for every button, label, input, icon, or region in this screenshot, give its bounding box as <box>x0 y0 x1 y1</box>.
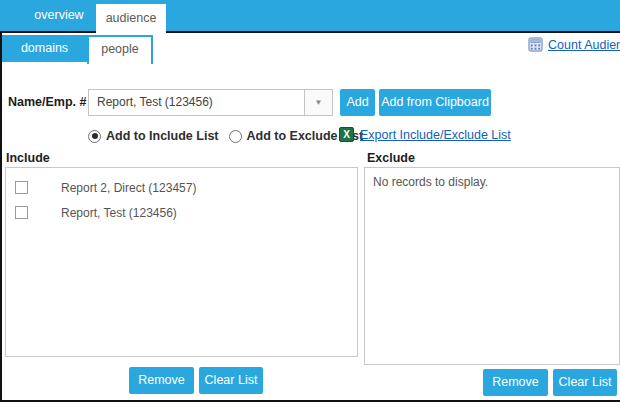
tab-overview[interactable]: overview <box>22 0 96 31</box>
chevron-down-icon[interactable]: ▼ <box>304 90 332 115</box>
exclude-remove-button[interactable]: Remove <box>483 369 548 396</box>
export-include-exclude-link[interactable]: Export Include/Exclude List <box>360 128 511 142</box>
exclude-clear-list-button[interactable]: Clear List <box>553 369 617 396</box>
include-remove-button[interactable]: Remove <box>129 367 194 394</box>
panel-left-border <box>0 33 2 402</box>
include-header: Include <box>6 151 50 165</box>
combobox-value[interactable]: Report, Test (123456) <box>89 90 304 115</box>
list-item[interactable]: Report, Test (123456) <box>6 200 357 225</box>
panel-top-border <box>0 31 620 33</box>
name-emp-combobox[interactable]: Report, Test (123456) ▼ <box>88 89 333 116</box>
list-item[interactable]: Report 2, Direct (123457) <box>6 175 357 200</box>
tab-domains[interactable]: domains <box>2 35 87 62</box>
tab-audience[interactable]: audience <box>96 4 166 34</box>
count-audience-link[interactable]: Count Audience <box>548 38 620 52</box>
include-item-label: Report 2, Direct (123457) <box>61 181 196 195</box>
tab-people[interactable]: people <box>87 35 153 64</box>
excel-icon: X <box>339 127 354 142</box>
include-listbox[interactable]: Report 2, Direct (123457) Report, Test (… <box>5 167 358 357</box>
count-audience: Count Audience <box>528 37 620 52</box>
exclude-empty-text: No records to display. <box>373 175 488 189</box>
exclude-header: Exclude <box>367 151 415 165</box>
include-item-checkbox[interactable] <box>15 181 28 194</box>
list-target-radio-group: Add to Include List Add to Exclude List <box>88 128 373 144</box>
radio-add-to-exclude[interactable] <box>229 130 242 143</box>
add-button[interactable]: Add <box>340 89 375 116</box>
add-from-clipboard-button[interactable]: Add from Clipboard <box>379 89 491 116</box>
radio-add-to-include-label[interactable]: Add to Include List <box>106 129 219 143</box>
name-emp-label: Name/Emp. # <box>8 95 87 109</box>
radio-add-to-include[interactable] <box>88 130 101 143</box>
audience-people-panel: overview audience domains people Count A… <box>0 0 620 407</box>
include-item-label: Report, Test (123456) <box>61 206 177 220</box>
panel-bottom-border <box>0 400 620 402</box>
include-item-checkbox[interactable] <box>15 206 28 219</box>
export-include-exclude: X Export Include/Exclude List <box>339 127 511 142</box>
exclude-listbox[interactable]: No records to display. <box>364 167 620 365</box>
include-clear-list-button[interactable]: Clear List <box>199 367 263 394</box>
calculator-icon <box>528 37 543 52</box>
